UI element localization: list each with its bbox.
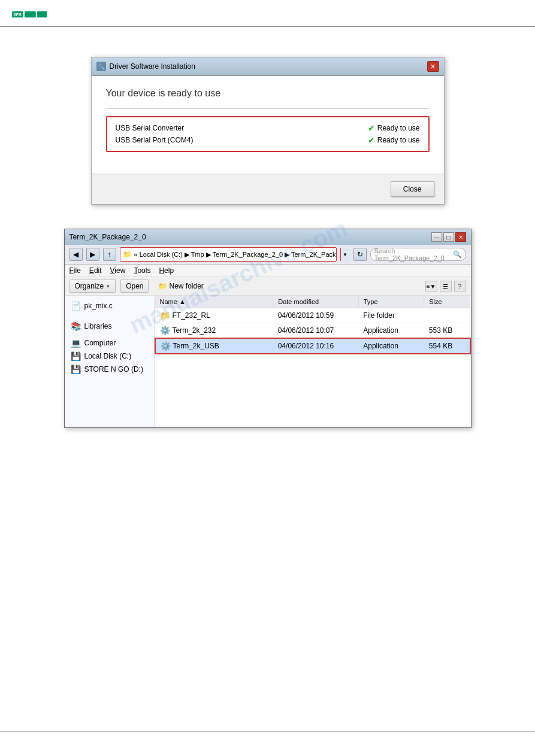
- explorer-content: 📄 pk_mix.c 📚 Libraries 💻 Computer 💾: [65, 296, 471, 427]
- address-bar[interactable]: 📁 « Local Disk (C:) ▶ Tmp ▶ Term_2K_Pack…: [120, 247, 337, 262]
- organize-button[interactable]: Organize ▼: [69, 280, 116, 293]
- column-type[interactable]: Type: [358, 296, 424, 308]
- file-date-ft232rl: 04/06/2012 10:59: [273, 308, 358, 323]
- search-placeholder-text: Search Term_2K_Package_2_0: [374, 247, 453, 262]
- menu-tools[interactable]: Tools: [134, 266, 150, 275]
- close-button[interactable]: Close: [391, 181, 434, 197]
- explorer-container: Term_2K_Package_2_0 — □ ✕ ◀ ▶ ↑ 📁 « Loca…: [36, 229, 499, 428]
- file-label-term2k232: Term_2k_232: [173, 326, 216, 335]
- forward-button[interactable]: ▶: [86, 248, 99, 261]
- device-list-box: USB Serial Converter ✔ Ready to use USB …: [106, 116, 430, 152]
- file-label-ft232rl: FT_232_RL: [173, 311, 210, 320]
- view-details-button[interactable]: ☰: [440, 281, 452, 292]
- file-size-term2k232: 553 KB: [424, 323, 470, 339]
- sidebar-label-libraries: Libraries: [84, 322, 112, 330]
- help-button[interactable]: ?: [454, 281, 466, 292]
- dialog-ready-message: Your device is ready to use: [106, 88, 430, 99]
- dialog-footer: Close: [92, 174, 444, 204]
- sidebar-item-local-disk[interactable]: 💾 Local Disk (C:): [65, 350, 154, 363]
- sidebar-label-computer: Computer: [84, 339, 116, 347]
- file-icon-pk-mix: 📄: [71, 301, 81, 311]
- computer-icon: 💻: [71, 338, 81, 348]
- sidebar-label-pk-mix: pk_mix.c: [84, 302, 113, 310]
- explorer-sidebar: 📄 pk_mix.c 📚 Libraries 💻 Computer 💾: [65, 296, 155, 427]
- dialog-divider: [106, 108, 430, 109]
- menu-file[interactable]: File: [69, 266, 81, 275]
- file-date-term2kusb: 04/06/2012 10:16: [273, 338, 358, 354]
- file-label-term2kusb: Term_2k_USB: [173, 342, 219, 350]
- address-dropdown[interactable]: ▼: [340, 248, 350, 261]
- file-type-term2kusb: Application: [358, 338, 424, 354]
- column-name[interactable]: Name ▲: [155, 296, 273, 308]
- dialog-close-button[interactable]: ✕: [427, 61, 439, 72]
- page-content: manualsarchive.com 🔧 Driver Software Ins…: [0, 27, 535, 458]
- organize-dropdown-icon: ▼: [105, 284, 110, 289]
- sidebar-item-pk-mix[interactable]: 📄 pk_mix.c: [65, 299, 154, 312]
- dialog-title: Driver Software Installation: [110, 62, 195, 71]
- maximize-button[interactable]: □: [443, 232, 454, 242]
- search-bar[interactable]: Search Term_2K_Package_2_0 🔍: [370, 248, 466, 261]
- device-name-2: USB Serial Port (COM4): [116, 136, 194, 144]
- file-row-term2kusb[interactable]: ⚙️ Term_2k_USB 04/06/2012 10:16 Applicat…: [155, 338, 470, 354]
- search-icon: 🔍: [453, 250, 462, 259]
- file-name-ft232rl: 📁 FT_232_RL: [155, 308, 273, 323]
- dialog-body: Your device is ready to use USB Serial C…: [92, 76, 444, 174]
- column-size[interactable]: Size: [424, 296, 470, 308]
- view-controls: ≡▼ ☰ ?: [425, 281, 466, 292]
- device-status-text-1: Ready to use: [377, 124, 420, 132]
- new-folder-button[interactable]: 📁 New folder: [153, 280, 208, 292]
- dialog-titlebar: 🔧 Driver Software Installation ✕: [92, 57, 444, 76]
- file-table: Name ▲ Date modified Type Size: [155, 296, 471, 354]
- store-n-go-icon: 💾: [71, 365, 81, 374]
- refresh-button[interactable]: ↻: [353, 248, 367, 261]
- svg-text:SPS: SPS: [13, 13, 22, 17]
- device-item-1: USB Serial Converter ✔ Ready to use: [116, 123, 420, 133]
- view-toggle-button[interactable]: ≡▼: [425, 281, 437, 292]
- app-icon-term2k232: ⚙️: [160, 326, 170, 335]
- minimize-button[interactable]: —: [431, 232, 442, 242]
- sidebar-item-libraries[interactable]: 📚 Libraries: [65, 320, 154, 333]
- dialog-titlebar-left: 🔧 Driver Software Installation: [96, 62, 195, 71]
- column-date[interactable]: Date modified: [273, 296, 358, 308]
- explorer-title: Term_2K_Package_2_0: [69, 233, 146, 241]
- new-folder-label: New folder: [169, 282, 203, 290]
- explorer-actionbar: Organize ▼ Open 📁 New folder ≡▼ ☰ ?: [65, 277, 471, 296]
- device-item-2: USB Serial Port (COM4) ✔ Ready to use: [116, 135, 420, 145]
- dialog-icon: 🔧: [96, 62, 106, 71]
- file-row-ft232rl[interactable]: 📁 FT_232_RL 04/06/2012 10:59 File folder: [155, 308, 470, 323]
- dialog-container: 🔧 Driver Software Installation ✕ Your de…: [36, 57, 499, 205]
- sidebar-label-store-n-go: STORE N GO (D:): [84, 365, 143, 374]
- device-status-1: ✔ Ready to use: [368, 123, 420, 133]
- file-type-term2k232: Application: [358, 323, 424, 339]
- explorer-toolbar: ◀ ▶ ↑ 📁 « Local Disk (C:) ▶ Tmp ▶ Term_2…: [65, 245, 471, 265]
- libraries-icon: 📚: [71, 321, 81, 331]
- explorer-close-button[interactable]: ✕: [455, 232, 466, 242]
- file-size-term2kusb: 554 KB: [424, 338, 470, 354]
- sps-logo: SPS: [12, 6, 48, 23]
- driver-installation-dialog: 🔧 Driver Software Installation ✕ Your de…: [91, 57, 445, 205]
- file-row-term2k232[interactable]: ⚙️ Term_2k_232 04/06/2012 10:07 Applicat…: [155, 323, 470, 339]
- menu-view[interactable]: View: [110, 266, 126, 275]
- up-button[interactable]: ↑: [103, 248, 116, 261]
- folder-icon-ft232rl: 📁: [160, 311, 170, 320]
- file-name-term2kusb: ⚙️ Term_2k_USB: [155, 338, 273, 354]
- menu-edit[interactable]: Edit: [89, 266, 102, 275]
- new-folder-icon: 📁: [158, 282, 167, 290]
- file-type-ft232rl: File folder: [358, 308, 424, 323]
- explorer-main: Name ▲ Date modified Type Size: [155, 296, 471, 427]
- open-button[interactable]: Open: [120, 280, 149, 293]
- sidebar-item-store-n-go[interactable]: 💾 STORE N GO (D:): [65, 363, 154, 376]
- sidebar-item-computer[interactable]: 💻 Computer: [65, 336, 154, 350]
- svg-rect-1: [25, 11, 36, 18]
- app-icon-term2kusb: ⚙️: [161, 341, 171, 351]
- back-button[interactable]: ◀: [69, 248, 83, 261]
- device-name-1: USB Serial Converter: [116, 124, 185, 132]
- menu-help[interactable]: Help: [159, 266, 174, 275]
- check-icon-2: ✔: [368, 135, 375, 145]
- file-explorer: Term_2K_Package_2_0 — □ ✕ ◀ ▶ ↑ 📁 « Loca…: [64, 229, 471, 428]
- address-bar-icon: 📁: [123, 250, 132, 259]
- explorer-menubar: File Edit View Tools Help: [65, 265, 471, 277]
- file-size-ft232rl: [424, 308, 470, 323]
- local-disk-icon: 💾: [71, 351, 81, 361]
- address-text: « Local Disk (C:) ▶ Tmp ▶ Term_2K_Packag…: [134, 251, 337, 259]
